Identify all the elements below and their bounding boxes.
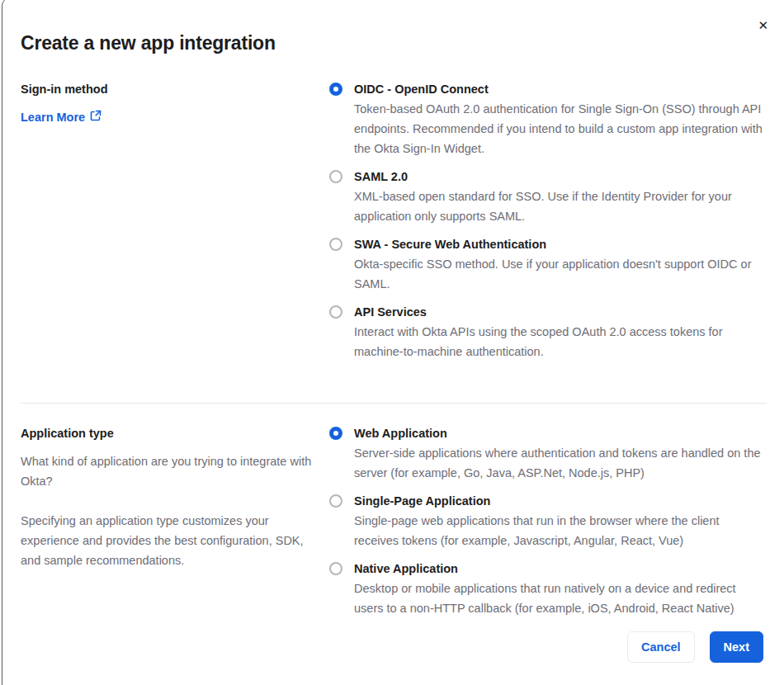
option-text: SWA - Secure Web Authentication Okta-spe… xyxy=(354,234,767,294)
signin-method-label: Sign-in method xyxy=(21,79,323,99)
application-type-left-column: Application type What kind of applicatio… xyxy=(21,423,323,626)
option-description: Single-page web applications that run in… xyxy=(354,511,767,550)
radio-selected-icon[interactable] xyxy=(329,83,342,96)
option-text: Native Application Desktop or mobile app… xyxy=(354,559,767,618)
option-description: Interact with Okta APIs using the scoped… xyxy=(354,322,767,361)
option-description: Okta-specific SSO method. Use if your ap… xyxy=(354,254,767,294)
radio-option-web-application[interactable]: Web Application Server-side applications… xyxy=(329,423,767,483)
option-description: Desktop or mobile applications that run … xyxy=(354,579,767,618)
option-text: API Services Interact with Okta APIs usi… xyxy=(354,302,767,361)
signin-method-section: Sign-in method Learn More OIDC - OpenID … xyxy=(21,79,767,370)
application-type-note: Specifying an application type customize… xyxy=(21,511,323,570)
option-title: SWA - Secure Web Authentication xyxy=(354,234,767,254)
signin-method-options: OIDC - OpenID Connect Token-based OAuth … xyxy=(329,79,767,370)
radio-option-api-services[interactable]: API Services Interact with Okta APIs usi… xyxy=(329,302,767,361)
radio-unselected-icon[interactable] xyxy=(329,238,342,251)
radio-unselected-icon[interactable] xyxy=(329,170,342,183)
signin-method-left-column: Sign-in method Learn More xyxy=(21,79,323,370)
application-type-label: Application type xyxy=(21,423,323,443)
create-app-integration-modal: ✕ Create a new app integration Sign-in m… xyxy=(2,0,784,685)
option-text: Single-Page Application Single-page web … xyxy=(354,491,767,550)
radio-unselected-icon[interactable] xyxy=(329,305,342,319)
radio-option-single-page-application[interactable]: Single-Page Application Single-page web … xyxy=(329,491,767,550)
radio-unselected-icon[interactable] xyxy=(329,494,342,508)
close-icon[interactable]: ✕ xyxy=(758,19,768,32)
option-title: SAML 2.0 xyxy=(354,167,767,187)
learn-more-label: Learn More xyxy=(21,107,85,127)
option-description: Server-side applications where authentic… xyxy=(354,443,767,483)
option-text: OIDC - OpenID Connect Token-based OAuth … xyxy=(354,79,767,158)
radio-option-native-application[interactable]: Native Application Desktop or mobile app… xyxy=(329,559,767,618)
option-title: Native Application xyxy=(354,559,767,579)
option-title: Single-Page Application xyxy=(354,491,767,511)
cancel-button[interactable]: Cancel xyxy=(627,631,695,663)
next-button[interactable]: Next xyxy=(710,631,763,663)
option-description: Token-based OAuth 2.0 authentication for… xyxy=(354,99,767,158)
option-title: API Services xyxy=(354,302,767,322)
application-type-question: What kind of application are you trying … xyxy=(21,451,323,491)
option-text: Web Application Server-side applications… xyxy=(354,423,767,483)
option-description: XML-based open standard for SSO. Use if … xyxy=(354,187,767,226)
modal-footer: Cancel Next xyxy=(627,631,763,663)
radio-selected-icon[interactable] xyxy=(329,427,342,440)
learn-more-link[interactable]: Learn More xyxy=(21,107,102,127)
option-title: OIDC - OpenID Connect xyxy=(354,79,767,99)
option-text: SAML 2.0 XML-based open standard for SSO… xyxy=(354,167,767,226)
radio-option-oidc[interactable]: OIDC - OpenID Connect Token-based OAuth … xyxy=(329,79,767,158)
external-link-icon xyxy=(90,107,102,127)
section-divider xyxy=(21,403,767,404)
radio-option-saml[interactable]: SAML 2.0 XML-based open standard for SSO… xyxy=(329,167,767,226)
page-title: Create a new app integration xyxy=(21,32,767,54)
radio-option-swa[interactable]: SWA - Secure Web Authentication Okta-spe… xyxy=(329,234,767,294)
option-title: Web Application xyxy=(354,423,767,443)
application-type-section: Application type What kind of applicatio… xyxy=(21,423,767,626)
application-type-options: Web Application Server-side applications… xyxy=(329,423,767,626)
radio-unselected-icon[interactable] xyxy=(329,562,342,575)
